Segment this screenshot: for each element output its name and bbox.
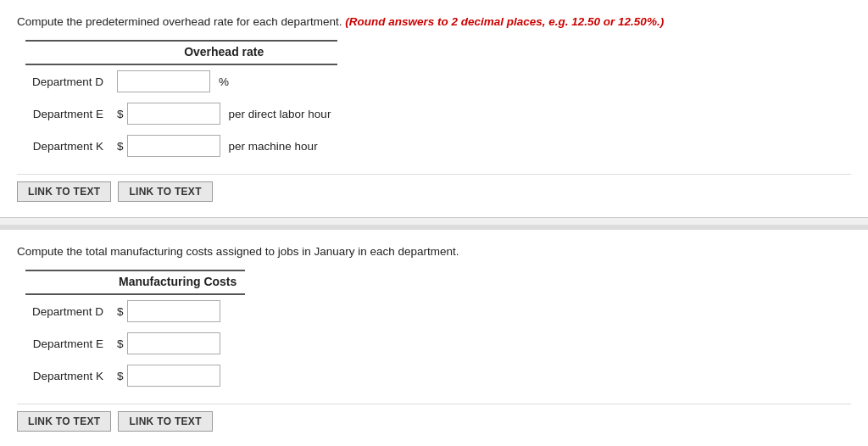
dept-e-input-cell: $ per direct labor hour	[110, 98, 337, 130]
instruction-2: Compute the total manufacturing costs as…	[17, 245, 851, 258]
table-row: Department K $ per machine hour	[25, 130, 337, 162]
overhead-rate-header: Overhead rate	[110, 41, 337, 64]
section-overhead-rate: Compute the predetermined overhead rate …	[0, 0, 868, 218]
mfg-dept-k-label: Department K	[25, 360, 110, 392]
mfg-dept-d-input[interactable]	[127, 300, 220, 322]
mfg-dept-e-input-cell: $	[110, 327, 245, 360]
mfg-dept-e-input[interactable]	[127, 332, 220, 354]
instruction-1-highlight: (Round answers to 2 decimal places, e.g.…	[345, 15, 664, 28]
link-bar-1: LINK TO TEXT LINK TO TEXT	[17, 174, 851, 205]
mfg-dept-d-input-cell: $	[110, 294, 245, 327]
dept-k-unit: per machine hour	[224, 140, 318, 153]
link-to-text-btn-1a[interactable]: LINK TO TEXT	[17, 181, 111, 202]
mfg-dept-e-dollar: $	[117, 337, 124, 350]
dept-d-label: Department D	[25, 64, 110, 98]
dept-e-input[interactable]	[127, 103, 220, 125]
dept-e-unit: per direct labor hour	[224, 108, 331, 120]
link-to-text-btn-1b[interactable]: LINK TO TEXT	[118, 181, 212, 202]
mfg-dept-e-label: Department E	[25, 327, 110, 360]
table-row: Department E $	[25, 327, 245, 360]
mfg-dept-d-dollar: $	[117, 305, 124, 318]
dept-d-input[interactable]	[117, 70, 210, 92]
mfg-dept-k-dollar: $	[117, 370, 124, 382]
dept-k-label: Department K	[25, 130, 110, 162]
dept-k-dollar: $	[117, 140, 124, 153]
section-manufacturing-costs: Compute the total manufacturing costs as…	[0, 230, 868, 446]
mfg-dept-k-input-cell: $	[110, 360, 245, 392]
table-row: Department D %	[25, 64, 337, 98]
mfg-empty-header	[25, 270, 110, 294]
mfg-dept-k-input[interactable]	[127, 365, 220, 387]
dept-d-input-cell: %	[110, 64, 337, 98]
instruction-1: Compute the predetermined overhead rate …	[17, 15, 851, 28]
overhead-rate-table: Overhead rate Department D % Department …	[25, 40, 337, 162]
dept-e-label: Department E	[25, 98, 110, 130]
mfg-costs-header: Manufacturing Costs	[110, 270, 245, 294]
dept-k-input-cell: $ per machine hour	[110, 130, 337, 162]
link-to-text-btn-2b[interactable]: LINK TO TEXT	[118, 411, 212, 432]
table-row: Department D $	[25, 294, 245, 327]
table-row: Department E $ per direct labor hour	[25, 98, 337, 130]
mfg-dept-d-label: Department D	[25, 294, 110, 327]
table-row: Department K $	[25, 360, 245, 392]
instruction-1-normal: Compute the predetermined overhead rate …	[17, 15, 345, 28]
dept-d-unit: %	[214, 75, 229, 88]
dept-k-input[interactable]	[127, 135, 220, 157]
link-bar-2: LINK TO TEXT LINK TO TEXT	[17, 404, 851, 435]
link-to-text-btn-2a[interactable]: LINK TO TEXT	[17, 411, 111, 432]
dept-e-dollar: $	[117, 108, 124, 120]
overhead-empty-header	[25, 41, 110, 64]
manufacturing-costs-table: Manufacturing Costs Department D $ Depar…	[25, 270, 245, 392]
